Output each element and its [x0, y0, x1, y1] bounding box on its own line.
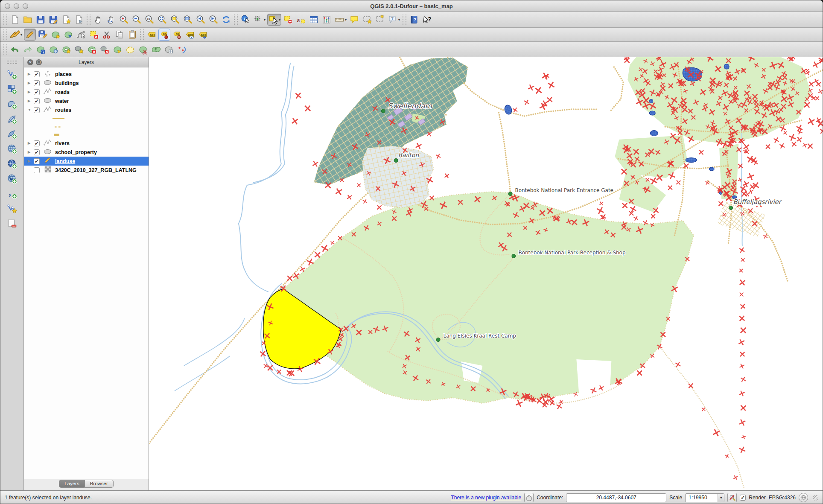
new-plugin-link[interactable]: There is a new plugin available [451, 495, 521, 501]
add-wms-layer-button[interactable] [6, 143, 18, 155]
add-mssql-layer-button[interactable] [6, 128, 18, 140]
panel-tab-browser[interactable]: Browser [85, 480, 114, 488]
identify-features-button[interactable]: i [239, 14, 251, 26]
text-annotation-button[interactable]: T▾ [387, 14, 401, 26]
add-wcs-layer-button[interactable] [6, 158, 18, 170]
plugin-status-icon[interactable] [524, 493, 534, 502]
zoom-last-button[interactable] [195, 14, 207, 26]
expand-arrow-icon[interactable]: ▶ [28, 159, 34, 163]
refresh-map-button[interactable] [220, 14, 232, 26]
simplify-feature-button[interactable] [47, 44, 59, 55]
pin-unpin-labels-button[interactable]: ab [158, 29, 170, 41]
new-project-button[interactable] [9, 14, 21, 26]
dropdown-arrow-icon[interactable]: ▾ [398, 18, 400, 22]
deselect-features-button[interactable] [282, 14, 294, 26]
redo-button[interactable] [22, 44, 34, 55]
field-calculator-button[interactable] [321, 14, 333, 26]
add-spatialite-layer-button[interactable] [6, 113, 18, 125]
merge-feature-attributes-button[interactable] [163, 44, 175, 55]
current-edits-button[interactable]: ▾ [9, 29, 23, 41]
dropdown-arrow-icon[interactable]: ▾ [345, 18, 347, 22]
add-postgis-layer-button[interactable] [6, 98, 18, 110]
toggle-editing-button[interactable] [24, 29, 36, 41]
run-feature-action-button[interactable]: ▾ [252, 14, 266, 26]
layer-visibility-checkbox[interactable] [34, 167, 40, 173]
layer-visibility-checkbox[interactable]: ✓ [34, 107, 40, 113]
composer-manager-button[interactable] [73, 14, 85, 26]
save-layer-edits-button[interactable] [37, 29, 49, 41]
panel-tab-layers[interactable]: Layers [59, 480, 85, 488]
map-tips-button[interactable] [348, 14, 360, 26]
layer-item-buildings[interactable]: ▶✓buildings [24, 79, 149, 87]
add-feature-button[interactable] [50, 29, 61, 41]
layer-visibility-checkbox[interactable]: ✓ [34, 149, 40, 155]
open-attribute-table-button[interactable] [308, 14, 320, 26]
layer-visibility-checkbox[interactable]: ✓ [34, 80, 40, 86]
copy-features-button[interactable] [114, 29, 125, 41]
scale-combo[interactable]: 1:19950 ▾ [685, 493, 724, 502]
layer-item-water[interactable]: ▶✓water [24, 96, 149, 105]
layer-item-rivers[interactable]: ▶✓rivers [24, 139, 149, 148]
resize-grip[interactable] [813, 495, 818, 501]
panel-float-icon[interactable]: ❐ [36, 59, 42, 65]
dropdown-arrow-icon[interactable]: ▾ [20, 33, 22, 37]
zoom-out-button[interactable] [131, 14, 143, 26]
zoom-next-button[interactable] [207, 14, 219, 26]
expand-arrow-icon[interactable]: ▶ [28, 150, 34, 154]
undo-button[interactable] [9, 44, 21, 55]
new-bookmark-button[interactable] [361, 14, 373, 26]
layer-visibility-checkbox[interactable]: ✓ [34, 140, 40, 146]
pan-map-button[interactable] [92, 14, 104, 26]
zoom-in-button[interactable] [118, 14, 130, 26]
dropdown-arrow-icon[interactable]: ▾ [264, 18, 266, 22]
remove-layer-button[interactable] [6, 218, 18, 230]
rotate-point-symbols-button[interactable] [175, 44, 187, 55]
merge-features-button[interactable] [150, 44, 162, 55]
split-features-button[interactable] [137, 44, 149, 55]
new-shapefile-layer-button[interactable] [6, 203, 18, 215]
coordinate-input[interactable] [566, 493, 666, 502]
measure-line-button[interactable]: ▾ [333, 14, 347, 26]
show-hide-labels-button[interactable]: abc [184, 29, 196, 41]
zoom-window-button[interactable] [23, 3, 28, 9]
save-project-as-button[interactable] [47, 14, 59, 26]
change-label-button[interactable]: abc [197, 29, 209, 41]
add-ring-button[interactable] [60, 44, 72, 55]
rotate-feature-button[interactable] [35, 44, 47, 55]
add-delimited-text-layer-button[interactable]: , [6, 188, 18, 200]
stop-render-icon[interactable] [727, 493, 737, 502]
zoom-full-extent-button[interactable] [156, 14, 168, 26]
pan-to-selection-button[interactable] [105, 14, 117, 26]
zoom-to-selection-button[interactable] [169, 14, 181, 26]
layer-visibility-checkbox[interactable]: ✓ [34, 158, 40, 164]
minimize-window-button[interactable] [14, 3, 19, 9]
layer-item-places[interactable]: ▶✓places [24, 70, 149, 79]
expand-arrow-icon[interactable]: ▶ [28, 72, 34, 76]
panel-close-icon[interactable]: ✕ [27, 59, 33, 65]
layer-item-roads[interactable]: ▶✓roads [24, 87, 149, 96]
labeling-options-button[interactable]: abc [146, 29, 158, 41]
layer-item-landuse[interactable]: ▶✓landuse [24, 157, 149, 166]
node-tool-button[interactable] [75, 29, 87, 41]
add-wfs-layer-button[interactable] [6, 173, 18, 185]
fill-ring-button[interactable] [111, 44, 123, 55]
layer-visibility-checkbox[interactable]: ✓ [34, 71, 40, 77]
close-window-button[interactable] [5, 3, 10, 9]
expand-arrow-icon[interactable]: ▶ [28, 90, 34, 94]
zoom-to-layer-button[interactable] [182, 14, 194, 26]
delete-selected-button[interactable] [88, 29, 100, 41]
select-by-expression-button[interactable]: ε [295, 14, 307, 26]
delete-ring-button[interactable] [86, 44, 98, 55]
offset-curve-button[interactable] [124, 44, 136, 55]
map-canvas[interactable]: SwellendamRailtonBontebok National Park … [149, 57, 823, 490]
layer-visibility-checkbox[interactable]: ✓ [34, 98, 40, 104]
zoom-actual-size-button[interactable]: 1:1 [143, 14, 155, 26]
add-part-button[interactable] [73, 44, 85, 55]
add-vector-layer-button[interactable] [6, 68, 18, 80]
layer-visibility-checkbox[interactable]: ✓ [34, 89, 40, 95]
move-label-button[interactable]: ab [171, 29, 183, 41]
save-project-button[interactable] [35, 14, 47, 26]
layer-item-school_property[interactable]: ▶✓school_property [24, 148, 149, 157]
expand-arrow-icon[interactable]: ▶ [28, 141, 34, 145]
layer-item-3420C_2010_327_RGB_LATLNG[interactable]: 3420C_2010_327_RGB_LATLNG [24, 166, 149, 175]
